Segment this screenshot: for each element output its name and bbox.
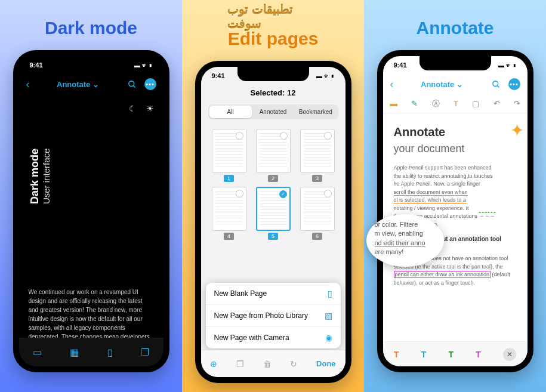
screen-dark: 9:41 ▬ ᯤ ▮ ‹ Annotate ⌄ ••• ☾: [19, 56, 164, 366]
color-blue[interactable]: T: [421, 350, 427, 359]
done-button[interactable]: Done: [316, 359, 336, 368]
text-tool-icon[interactable]: T: [454, 99, 458, 108]
magnifier-loupe: or color. Filtere m view, enabling nd ed…: [366, 214, 444, 267]
color-green[interactable]: T: [448, 350, 454, 359]
page-icon[interactable]: ▯: [107, 347, 113, 358]
camera-icon: ◉: [325, 333, 332, 342]
dark-body-text: We continued our work on a revamped UI d…: [29, 204, 154, 341]
view-icon[interactable]: ▭: [33, 347, 42, 358]
more-icon[interactable]: •••: [144, 78, 156, 90]
dark-content: ☾ ☀ Dark mode User interface We continue…: [19, 94, 164, 351]
seg-annotated[interactable]: Annotated: [252, 106, 294, 118]
toolbar: ⊕ ❐ 🗑 ↻ Done: [201, 350, 346, 377]
moon-icon[interactable]: ☾: [129, 104, 137, 113]
nav-title[interactable]: Annotate ⌄: [30, 80, 127, 89]
selected-count: Selected: 12: [201, 85, 346, 101]
nav-bar: ‹ Annotate ⌄ •••: [383, 74, 528, 94]
status-time: 9:41: [30, 61, 43, 69]
doc-title: Annotate: [394, 123, 517, 141]
status-icons: ▬ ᯤ ▮: [498, 62, 517, 69]
heading-edit: Edit pages: [228, 29, 319, 49]
thumb-1[interactable]: 1: [209, 129, 249, 182]
sun-icon[interactable]: ☀: [146, 104, 154, 113]
status-icons: ▬ ᯤ ▮: [316, 73, 335, 79]
color-orange[interactable]: T: [394, 350, 399, 359]
new-page-sheet: New Blank Page▯ New Page from Photo Libr…: [206, 283, 341, 348]
status-time: 9:41: [394, 61, 407, 69]
doc-subtitle: your document: [394, 141, 517, 157]
svg-line-3: [497, 85, 499, 87]
notch: [237, 67, 309, 81]
phone-2: 9:41 ▬ ᯤ ▮ Selected: 12 All Annotated Bo…: [195, 61, 351, 383]
search-icon[interactable]: [127, 78, 138, 90]
photo-icon: ▧: [325, 311, 332, 320]
arabic-banner: تطبيقات توب سوفت: [227, 2, 319, 31]
color-toolbar: T T T T ✕: [383, 341, 528, 366]
undo-icon[interactable]: ↶: [493, 99, 500, 108]
svg-point-2: [493, 81, 498, 86]
new-page-photo[interactable]: New Page from Photo Library▧: [206, 305, 341, 327]
thumb-4[interactable]: 4: [209, 187, 249, 240]
seg-bookmarked[interactable]: Bookmarked: [294, 106, 337, 118]
thumb-6[interactable]: 6: [298, 187, 337, 240]
segmented-control: All Annotated Bookmarked: [208, 104, 338, 119]
new-page-camera[interactable]: New Page with Camera◉: [206, 327, 341, 348]
heading-dark: Dark mode: [45, 18, 137, 38]
note-tool-icon[interactable]: ▢: [472, 99, 479, 108]
dark-title-1: Dark mode: [29, 121, 41, 204]
thumb-3[interactable]: 3: [298, 129, 337, 182]
text-circle-icon[interactable]: Ⓐ: [432, 98, 440, 109]
panel-dark-mode: Dark mode 9:41 ▬ ᯤ ▮ ‹ Annotate ⌄ •••: [0, 0, 182, 392]
status-time: 9:41: [212, 72, 225, 79]
close-icon[interactable]: ✕: [503, 348, 516, 361]
heading-annotate: Annotate: [417, 18, 494, 38]
dark-title-2: User interface: [41, 121, 51, 204]
nav-bar: ‹ Annotate ⌄ •••: [19, 74, 164, 94]
status-icons: ▬ ᯤ ▮: [134, 62, 153, 69]
thumb-2[interactable]: 2: [254, 129, 293, 182]
svg-point-0: [129, 81, 134, 86]
screen-annotate: 9:41 ▬ ᯤ ▮ ‹ Annotate ⌄ ••• ▬ ✎: [383, 56, 528, 366]
phone-1: 9:41 ▬ ᯤ ▮ ‹ Annotate ⌄ ••• ☾: [13, 50, 169, 372]
annotate-toolbar: ▬ ✎ Ⓐ T ▢ ↶ ↷: [383, 94, 528, 113]
pen-tool-icon[interactable]: ✎: [411, 99, 418, 108]
notch: [55, 56, 127, 70]
rotate-icon[interactable]: ↻: [290, 359, 297, 369]
panel-edit-pages: تطبيقات توب سوفت Edit pages 9:41 ▬ ᯤ ▮ S…: [182, 0, 364, 392]
blank-page-icon: ▯: [328, 289, 332, 298]
svg-line-1: [133, 85, 135, 87]
copy-icon[interactable]: ❐: [236, 359, 244, 369]
color-pink[interactable]: T: [476, 350, 481, 359]
add-page-icon[interactable]: ⊕: [210, 359, 217, 369]
thumbnail-grid: 1 2 3 4 ✓5 6: [201, 123, 346, 246]
document-body[interactable]: ✦ Annotate your document Apple Pencil su…: [383, 113, 528, 297]
trash-icon[interactable]: 🗑: [263, 359, 272, 369]
notch: [419, 56, 491, 70]
star-doodle-icon: ✦: [510, 118, 524, 143]
redo-icon[interactable]: ↷: [514, 99, 520, 108]
panel-annotate: Annotate 9:41 ▬ ᯤ ▮ ‹ Annotate ⌄ •••: [364, 0, 546, 392]
more-icon[interactable]: •••: [508, 78, 520, 90]
grid-icon[interactable]: ▦: [70, 347, 79, 358]
thumb-5[interactable]: ✓5: [254, 187, 293, 240]
copy-icon[interactable]: ❐: [141, 347, 149, 358]
seg-all[interactable]: All: [209, 106, 252, 118]
search-icon[interactable]: [491, 78, 502, 90]
phone-3: 9:41 ▬ ᯤ ▮ ‹ Annotate ⌄ ••• ▬ ✎: [377, 50, 533, 372]
tab-bar: ▭ ▦ ▯ ❐: [19, 338, 164, 366]
screen-edit: 9:41 ▬ ᯤ ▮ Selected: 12 All Annotated Bo…: [201, 67, 346, 377]
new-blank-page[interactable]: New Blank Page▯: [206, 283, 341, 305]
nav-title[interactable]: Annotate ⌄: [394, 80, 491, 89]
highlight-tool-icon[interactable]: ▬: [390, 99, 397, 108]
